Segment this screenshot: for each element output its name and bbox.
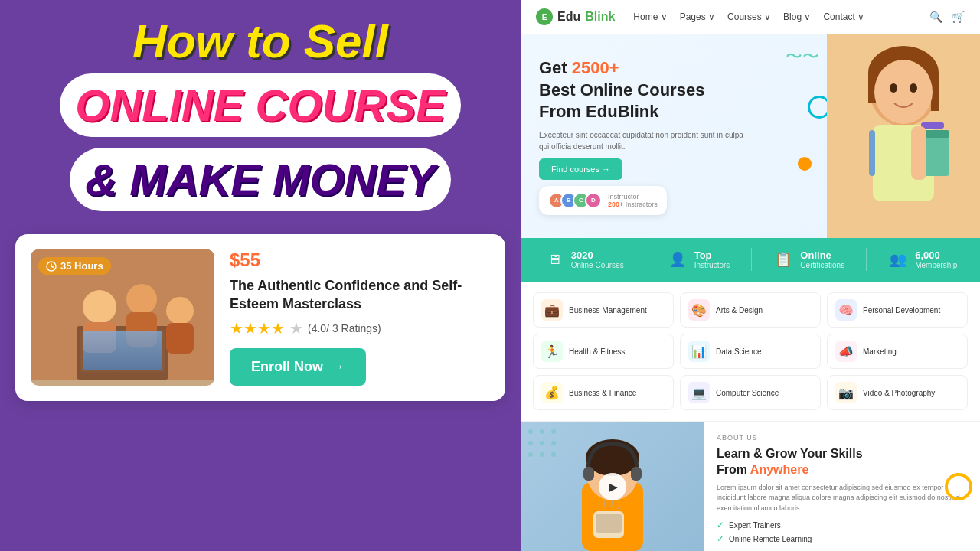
svg-point-21 bbox=[890, 83, 897, 93]
category-video-photography[interactable]: 📷 Video & Photography bbox=[827, 375, 968, 410]
logo-icon: E bbox=[536, 8, 553, 25]
course-details: $55 The Authentic Confidence and Self-Es… bbox=[230, 249, 490, 386]
arrow-icon: → bbox=[331, 359, 345, 375]
svg-point-20 bbox=[874, 60, 933, 124]
about-section: ▶ ABOUT US Learn & Grow Your SkillsFrom … bbox=[521, 421, 980, 551]
svg-rect-42 bbox=[583, 467, 594, 481]
category-computer-science[interactable]: 💻 Computer Science bbox=[680, 375, 821, 410]
category-label-3: Health & Fitness bbox=[569, 347, 625, 356]
find-courses-button[interactable]: Find courses → bbox=[539, 158, 622, 180]
stat-instructors: 👤 Top Instructors bbox=[667, 249, 730, 270]
make-money-box: & MAKE MONEY bbox=[70, 148, 451, 211]
membership-icon: 👥 bbox=[887, 249, 909, 270]
course-rating: ★★★★★ (4.0/ 3 Ratings) bbox=[230, 319, 490, 337]
yellow-circle-decoration bbox=[945, 473, 972, 500]
about-feature-2: ✓ Online Remote Learning bbox=[717, 533, 968, 544]
hero-content: Get 2500+ Best Online CoursesFrom EduBli… bbox=[539, 57, 753, 180]
stat-courses-label: Online Courses bbox=[571, 261, 624, 269]
left-panel: How to Sell ONLINE COURSE & MAKE MONEY bbox=[0, 0, 521, 551]
course-title: The Authentic Confidence and Self-Esteem… bbox=[230, 277, 490, 313]
hero-get: Get bbox=[539, 58, 572, 77]
nav-blog[interactable]: Blog ∨ bbox=[783, 11, 811, 22]
instructor-count: 200+ bbox=[608, 201, 623, 208]
stat-membership-info: 6,000 Membership bbox=[915, 249, 957, 269]
nav-home[interactable]: Home ∨ bbox=[633, 11, 667, 22]
instructor-info: Instrructor 200+ Instractors bbox=[608, 193, 658, 208]
stat-instructors-number: Top bbox=[694, 249, 730, 261]
stat-courses-number: 3020 bbox=[571, 249, 624, 261]
hero-person-image bbox=[827, 34, 980, 238]
left-heading-area: How to Sell ONLINE COURSE & MAKE MONEY bbox=[15, 15, 505, 216]
check-icon-2: ✓ bbox=[717, 533, 724, 544]
category-label-6: Business & Finance bbox=[569, 389, 636, 397]
svg-point-8 bbox=[166, 297, 194, 324]
about-content: ABOUT US Learn & Grow Your SkillsFrom An… bbox=[704, 422, 980, 551]
about-label: ABOUT US bbox=[717, 434, 968, 442]
squiggle-decoration: 〜〜 bbox=[786, 45, 819, 68]
logo: E EduBlink bbox=[536, 8, 615, 25]
categories-section: 💼 Business Management 🎨 Arts & Design 🧠 … bbox=[521, 282, 980, 421]
avatar-4: D bbox=[585, 192, 602, 209]
feature-label-1: Expert Trainers bbox=[729, 521, 781, 530]
category-business-finance[interactable]: 💰 Business & Finance bbox=[533, 375, 674, 410]
about-title-highlight: Anywhere bbox=[750, 463, 808, 476]
search-icon[interactable]: 🔍 bbox=[929, 11, 942, 23]
play-button[interactable]: ▶ bbox=[599, 473, 626, 500]
about-title: Learn & Grow Your SkillsFrom Anywhere bbox=[717, 446, 968, 478]
right-panel: E EduBlink Home ∨ Pages ∨ Courses ∨ Blog… bbox=[521, 0, 980, 551]
svg-rect-9 bbox=[166, 323, 194, 354]
hours-badge: 35 Hours bbox=[38, 257, 111, 275]
course-thumbnail: 35 Hours bbox=[31, 249, 214, 380]
svg-rect-24 bbox=[869, 130, 875, 176]
categories-grid: 💼 Business Management 🎨 Arts & Design 🧠 … bbox=[533, 292, 968, 410]
category-arts-design[interactable]: 🎨 Arts & Design bbox=[680, 292, 821, 328]
category-marketing[interactable]: 📣 Marketing bbox=[827, 334, 968, 369]
category-health-fitness[interactable]: 🏃 Health & Fitness bbox=[533, 334, 674, 369]
business-finance-icon: 💰 bbox=[541, 382, 563, 403]
business-management-icon: 💼 bbox=[541, 299, 563, 321]
category-label-7: Computer Science bbox=[716, 389, 779, 397]
instructor-bubble: A B C D Instrructor 200+ Instractors bbox=[539, 186, 667, 215]
svg-rect-43 bbox=[631, 467, 642, 481]
stat-certifications-number: Online bbox=[800, 249, 844, 261]
nav-courses[interactable]: Courses ∨ bbox=[727, 11, 771, 22]
about-features: ✓ Expert Trainers ✓ Online Remote Learni… bbox=[717, 520, 968, 544]
stats-bar: 🖥 3020 Online Courses 👤 Top Instructors … bbox=[521, 238, 980, 282]
category-data-science[interactable]: 📊 Data Science bbox=[680, 334, 821, 369]
category-personal-development[interactable]: 🧠 Personal Development bbox=[827, 292, 968, 328]
stat-membership-number: 6,000 bbox=[915, 249, 957, 261]
svg-point-4 bbox=[83, 290, 116, 324]
category-label-4: Data Science bbox=[716, 347, 761, 356]
svg-rect-11 bbox=[83, 331, 162, 370]
heading-make-money: & MAKE MONEY bbox=[85, 155, 436, 204]
play-icon: ▶ bbox=[609, 481, 618, 493]
svg-rect-26 bbox=[923, 130, 949, 138]
category-business-management[interactable]: 💼 Business Management bbox=[533, 292, 674, 328]
check-icon-1: ✓ bbox=[717, 520, 724, 530]
heading-online-course: ONLINE COURSE bbox=[75, 80, 445, 130]
hero-section: 〜〜 Get 2500+ Best Online CoursesFrom Edu… bbox=[521, 34, 980, 238]
enroll-now-button[interactable]: Enroll Now → bbox=[230, 348, 366, 386]
stat-membership-label: Membership bbox=[915, 261, 957, 269]
hours-text: 35 Hours bbox=[60, 260, 103, 272]
course-card: 35 Hours $55 The Authentic Confidence an… bbox=[15, 234, 505, 401]
nav-pages[interactable]: Pages ∨ bbox=[680, 11, 715, 22]
instructor-label: Instrructor bbox=[608, 193, 658, 201]
star-half: ★ bbox=[289, 319, 303, 337]
category-label-1: Arts & Design bbox=[716, 306, 763, 315]
about-description: Lorem ipsum dolor sit amet consectetur a… bbox=[717, 483, 968, 514]
marketing-icon: 📣 bbox=[835, 341, 857, 362]
nav-contact[interactable]: Contact ∨ bbox=[823, 11, 864, 22]
navbar: E EduBlink Home ∨ Pages ∨ Courses ∨ Blog… bbox=[521, 0, 980, 34]
cart-icon[interactable]: 🛒 bbox=[952, 11, 965, 23]
logo-blink-text: Blink bbox=[585, 10, 615, 24]
category-label-8: Video & Photography bbox=[863, 389, 935, 397]
certifications-icon: 📋 bbox=[773, 249, 794, 270]
clock-icon bbox=[46, 261, 57, 272]
stars-filled: ★★★★ bbox=[230, 319, 285, 337]
svg-line-14 bbox=[51, 266, 54, 268]
stat-divider-1 bbox=[645, 248, 645, 271]
stat-instructors-label: Instructors bbox=[694, 261, 730, 269]
stat-membership: 👥 6,000 Membership bbox=[887, 249, 957, 270]
orange-dot-decoration bbox=[798, 157, 812, 171]
